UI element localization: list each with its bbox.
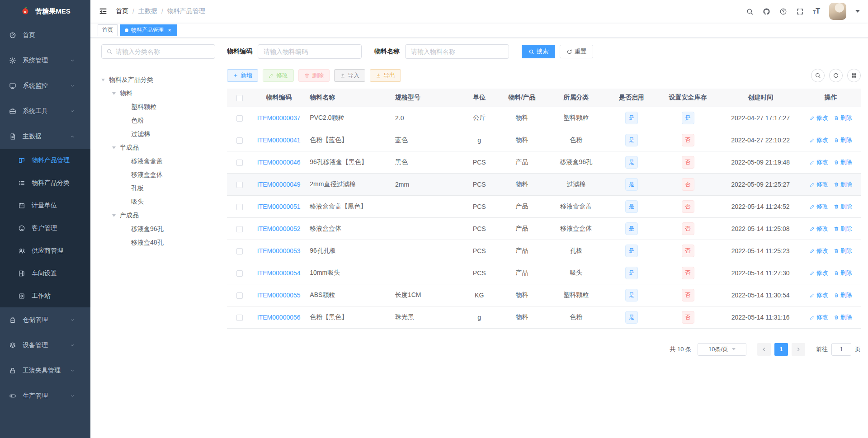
row-checkbox[interactable] (236, 226, 243, 232)
item-code-link[interactable]: ITEM00000053 (257, 247, 301, 254)
delete-link[interactable]: 删除 (834, 180, 852, 188)
hamburger-icon[interactable] (99, 7, 108, 16)
add-button[interactable]: 新增 (227, 69, 258, 82)
close-icon[interactable] (166, 27, 173, 33)
breadcrumb-master-data[interactable]: 主数据 (138, 7, 157, 15)
delete-link[interactable]: 删除 (834, 203, 852, 211)
tree-node[interactable]: 移液盒48孔 (101, 236, 215, 250)
tree-node[interactable]: 移液盒盒盖 (101, 155, 215, 168)
refresh-button[interactable] (829, 69, 843, 82)
item-code-link[interactable]: ITEM00000049 (257, 181, 301, 188)
row-checkbox[interactable] (236, 137, 243, 144)
row-checkbox[interactable] (236, 115, 243, 122)
item-code-input[interactable] (258, 44, 362, 59)
row-checkbox[interactable] (236, 160, 243, 166)
row-checkbox[interactable] (236, 248, 243, 254)
search-icon[interactable] (746, 8, 754, 15)
sidebar-item-production-management[interactable]: 生产管理 (0, 383, 90, 409)
reset-button[interactable]: 重置 (560, 45, 593, 58)
prev-page-button[interactable] (757, 343, 771, 356)
delete-link[interactable]: 删除 (834, 136, 852, 144)
page-size-select[interactable]: 10条/页 (698, 343, 746, 356)
sidebar-item-home[interactable]: 首页 (0, 23, 90, 48)
question-icon[interactable] (779, 8, 787, 15)
page-number-button[interactable]: 1 (774, 343, 788, 356)
item-name-input[interactable] (405, 44, 509, 59)
item-code-link[interactable]: ITEM00000052 (257, 225, 301, 232)
tab-home[interactable]: 首页 (98, 24, 118, 36)
sidebar-subitem-supplier-management[interactable]: 供应商管理 (0, 240, 90, 262)
edit-link[interactable]: 修改 (810, 136, 828, 144)
delete-link[interactable]: 删除 (834, 114, 852, 122)
breadcrumb-home[interactable]: 首页 (116, 7, 128, 15)
github-icon[interactable] (763, 8, 770, 15)
tree-node[interactable]: 色粉 (101, 114, 215, 127)
row-checkbox[interactable] (236, 204, 243, 210)
item-code-link[interactable]: ITEM00000054 (257, 269, 301, 277)
sidebar-item-system-monitor[interactable]: 系统监控 (0, 73, 90, 99)
sidebar-item-master-data[interactable]: 主数据 (0, 124, 90, 149)
import-button[interactable]: 导入 (334, 69, 365, 82)
delete-link[interactable]: 删除 (834, 313, 852, 321)
edit-link[interactable]: 修改 (810, 247, 828, 255)
row-checkbox[interactable] (236, 182, 243, 188)
sidebar-subitem-material-product-management[interactable]: 物料产品管理 (0, 149, 90, 172)
item-code-link[interactable]: ITEM00000051 (257, 203, 301, 210)
tree-node[interactable]: 移液盒96孔 (101, 222, 215, 236)
delete-link[interactable]: 删除 (834, 291, 852, 299)
sidebar-subitem-workstation[interactable]: 工作站 (0, 285, 90, 307)
tree-node[interactable]: 孔板 (101, 182, 215, 195)
font-size-icon[interactable] (813, 8, 820, 15)
delete-link[interactable]: 删除 (834, 247, 852, 255)
caret-down-icon[interactable] (855, 10, 860, 13)
delete-link[interactable]: 删除 (834, 225, 852, 233)
sidebar-item-system-management[interactable]: 系统管理 (0, 48, 90, 73)
sidebar-subitem-customer-management[interactable]: 客户管理 (0, 217, 90, 240)
tree-node[interactable]: 吸头 (101, 195, 215, 209)
edit-button[interactable]: 修改 (263, 69, 294, 82)
export-button[interactable]: 导出 (370, 69, 401, 82)
sidebar-item-equipment-management[interactable]: 设备管理 (0, 333, 90, 358)
sidebar-item-fixture-management[interactable]: 工装夹具管理 (0, 358, 90, 383)
edit-link[interactable]: 修改 (810, 291, 828, 299)
item-code-link[interactable]: ITEM00000041 (257, 137, 301, 144)
delete-link[interactable]: 删除 (834, 158, 852, 166)
delete-button[interactable]: 删除 (298, 69, 330, 82)
tree-node[interactable]: 塑料颗粒 (101, 100, 215, 114)
search-button[interactable]: 搜索 (522, 45, 555, 58)
logo[interactable]: K 苦糖果MES (0, 0, 90, 23)
sidebar-item-system-tools[interactable]: 系统工具 (0, 99, 90, 124)
sidebar-subitem-measurement-unit[interactable]: 计量单位 (0, 194, 90, 217)
item-code-link[interactable]: ITEM00000046 (257, 159, 301, 166)
select-all-checkbox[interactable] (236, 95, 243, 101)
sidebar-subitem-material-product-category[interactable]: 物料产品分类 (0, 172, 90, 194)
tab-material-product-management[interactable]: 物料产品管理 (120, 24, 177, 36)
goto-page-input[interactable] (831, 343, 851, 356)
tree-node[interactable]: 产成品 (101, 209, 215, 222)
row-checkbox[interactable] (236, 315, 243, 321)
item-code-link[interactable]: ITEM00000055 (257, 292, 301, 299)
next-page-button[interactable] (792, 343, 805, 356)
avatar[interactable] (829, 3, 846, 20)
edit-link[interactable]: 修改 (810, 225, 828, 233)
sidebar-item-warehouse-management[interactable]: 仓储管理 (0, 307, 90, 333)
row-checkbox[interactable] (236, 270, 243, 277)
tree-search-input[interactable] (116, 48, 210, 55)
tree-node[interactable]: 半成品 (101, 141, 215, 155)
edit-link[interactable]: 修改 (810, 313, 828, 321)
tree-node[interactable]: 物料及产品分类 (101, 73, 215, 87)
row-checkbox[interactable] (236, 292, 243, 299)
edit-link[interactable]: 修改 (810, 269, 828, 277)
edit-link[interactable]: 修改 (810, 203, 828, 211)
delete-link[interactable]: 删除 (834, 269, 852, 277)
edit-link[interactable]: 修改 (810, 114, 828, 122)
column-settings-button[interactable] (847, 69, 861, 82)
toggle-search-button[interactable] (811, 69, 825, 82)
item-code-link[interactable]: ITEM00000056 (257, 314, 301, 321)
edit-link[interactable]: 修改 (810, 180, 828, 188)
item-code-link[interactable]: ITEM00000037 (257, 114, 301, 122)
sidebar-subitem-workshop-settings[interactable]: 车间设置 (0, 262, 90, 285)
tree-node[interactable]: 物料 (101, 87, 215, 100)
tree-node[interactable]: 过滤棉 (101, 127, 215, 141)
tree-node[interactable]: 移液盒盒体 (101, 168, 215, 182)
